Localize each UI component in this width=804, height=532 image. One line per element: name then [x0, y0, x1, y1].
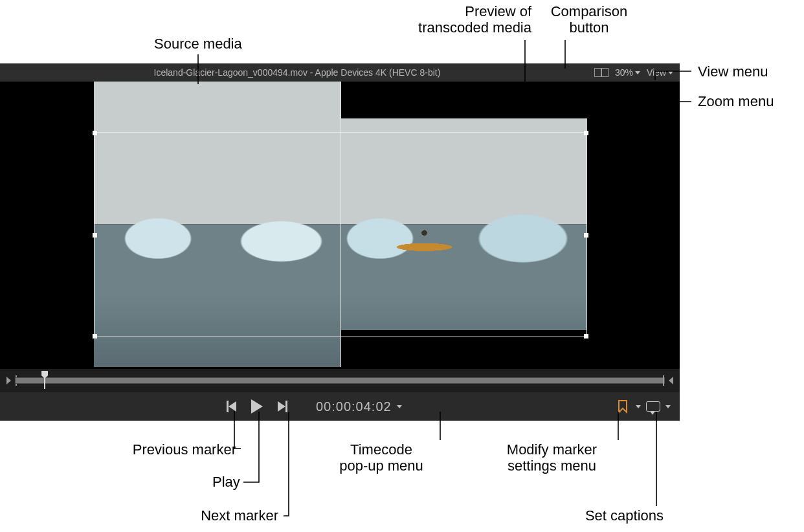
comparison-button[interactable]	[594, 68, 609, 77]
callout-zoom-menu: Zoom menu	[698, 93, 774, 109]
chevron-down-icon	[397, 405, 402, 408]
chevron-down-icon	[668, 71, 673, 74]
chevron-down-icon	[665, 405, 671, 408]
callout-modify-marker: Modify marker settings menu	[489, 441, 615, 474]
titlebar: Iceland-Glacier-Lagoon_v000494.mov - App…	[0, 63, 680, 82]
callout-view-menu: View menu	[698, 63, 768, 80]
preview-viewport[interactable]	[94, 82, 587, 367]
view-menu[interactable]: View	[647, 67, 673, 78]
callout-source-media: Source media	[154, 36, 242, 52]
go-to-end-icon[interactable]	[669, 377, 673, 384]
callout-next-marker: Next marker	[178, 507, 278, 524]
view-menu-label: View	[647, 67, 666, 78]
modify-marker-menu[interactable]	[616, 399, 631, 414]
callout-comparison-button: Comparison button	[547, 3, 631, 36]
callout-play: Play	[212, 474, 240, 490]
titlebar-title: Iceland-Glacier-Lagoon_v000494.mov - App…	[0, 67, 594, 78]
callout-previous-marker: Previous marker	[100, 441, 236, 458]
callout-set-captions: Set captions	[560, 507, 664, 524]
zoom-menu[interactable]: 30%	[615, 67, 640, 78]
chevron-down-icon	[635, 71, 640, 74]
playhead[interactable]	[41, 373, 48, 384]
letterbox-top	[341, 82, 587, 118]
crop-handle[interactable]	[93, 131, 97, 135]
timeline[interactable]	[0, 369, 680, 392]
transcoded-preview-frame	[94, 132, 587, 337]
crop-handle[interactable]	[93, 334, 97, 338]
chevron-down-icon	[636, 405, 641, 408]
next-marker-button[interactable]	[277, 401, 287, 412]
set-captions-menu[interactable]	[646, 401, 660, 412]
crop-handle[interactable]	[584, 334, 588, 338]
go-to-start-icon[interactable]	[6, 377, 11, 384]
timecode-popup[interactable]: 00:00:04:02	[316, 399, 402, 414]
play-button[interactable]	[251, 399, 263, 414]
previous-marker-button[interactable]	[227, 401, 237, 412]
callout-preview-transcoded: Preview of transcoded media	[363, 3, 531, 36]
callout-timecode-popup: Timecode pop-up menu	[320, 441, 443, 474]
zoom-menu-label: 30%	[615, 67, 633, 78]
transport-bar: 00:00:04:02	[0, 392, 680, 421]
preview-window: Iceland-Glacier-Lagoon_v000494.mov - App…	[0, 63, 680, 421]
timecode-value: 00:00:04:02	[316, 399, 392, 414]
crop-handle[interactable]	[584, 131, 588, 135]
timeline-track[interactable]	[15, 377, 665, 384]
crop-handle[interactable]	[93, 233, 97, 238]
crop-handle[interactable]	[584, 233, 588, 238]
